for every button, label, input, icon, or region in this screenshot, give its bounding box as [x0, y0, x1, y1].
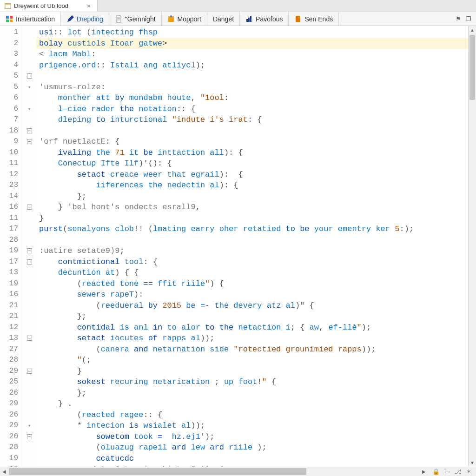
code-line[interactable]: contmictional tool: {: [39, 257, 468, 268]
code-line[interactable]: setact iocutes of rapps al));: [39, 333, 468, 344]
hscroll-thumb[interactable]: [9, 468, 306, 475]
tab-pavofous[interactable]: Pavofous: [240, 12, 289, 26]
line-number: 19: [0, 453, 18, 464]
code-line[interactable]: < lacm Mabl:: [39, 49, 468, 60]
code-line[interactable]: (oluazug rapeil ard lew ard riile );: [39, 442, 468, 453]
tab-instertucation[interactable]: Instertucation: [0, 12, 61, 26]
code-line[interactable]: (reacted tone == ffit riile") {: [39, 278, 468, 290]
fold-toggle-icon[interactable]: −: [27, 73, 32, 79]
split-icon[interactable]: ▭: [444, 468, 450, 475]
person-icon[interactable]: ✶: [466, 468, 471, 475]
line-number: 18: [0, 126, 18, 137]
code-line[interactable]: [39, 235, 468, 246]
svg-rect-6: [116, 16, 121, 22]
code-line[interactable]: sowetom took = hz.ej1');: [39, 431, 468, 443]
fold-toggle-icon[interactable]: −: [27, 205, 32, 210]
fold-cell: [22, 322, 36, 333]
svg-rect-5: [10, 20, 13, 22]
code-line[interactable]: prigence.ord:: Istali ang atliycl);: [39, 60, 468, 71]
branch-icon[interactable]: ⎇: [455, 468, 462, 475]
code-line[interactable]: }: [39, 213, 468, 224]
tab-drepding[interactable]: Drepding: [61, 12, 109, 26]
hscroll-track[interactable]: [8, 467, 420, 476]
code-line[interactable]: [39, 71, 468, 82]
pin-icon[interactable]: ⚑: [456, 15, 461, 22]
code-line[interactable]: [39, 126, 468, 137]
code-line[interactable]: sewers rapeT):: [39, 289, 468, 300]
fold-arrow-icon[interactable]: ▾: [28, 104, 31, 115]
line-number: 25: [0, 377, 18, 388]
code-line[interactable]: } 'bel hont's ondects esrall9,: [39, 202, 468, 213]
scroll-up-icon[interactable]: ▲: [469, 26, 476, 34]
editor-window: Dreywiint of Ub Iood × Instertucation Dr…: [0, 0, 476, 476]
fold-toggle-icon[interactable]: −: [27, 259, 32, 264]
fold-cell: [22, 278, 36, 290]
code-line[interactable]: decuntion at) { {: [39, 267, 468, 278]
svg-rect-3: [10, 16, 13, 19]
file-tab[interactable]: Dreywiint of Ub Iood ×: [0, 0, 98, 12]
tab-sen-ends[interactable]: Sen Ends: [289, 12, 339, 26]
code-line[interactable]: monther att by mondabm houte, "1ool:: [39, 93, 468, 104]
line-number: 28: [0, 442, 18, 453]
window-icon[interactable]: ❐: [466, 15, 471, 22]
code-line[interactable]: 'usmurs-rolze:: [39, 82, 468, 93]
code-line[interactable]: };: [39, 191, 468, 202]
fold-arrow-icon[interactable]: ▾: [28, 420, 31, 431]
tab-gemnight[interactable]: "Gemnight: [109, 12, 162, 26]
fold-toggle-icon[interactable]: −: [27, 248, 32, 253]
line-number: 19: [0, 278, 18, 290]
fold-toggle-icon[interactable]: −: [27, 128, 32, 133]
line-number: 17: [0, 257, 18, 268]
code-line[interactable]: }: [39, 366, 468, 377]
fold-toggle-icon[interactable]: −: [27, 139, 32, 144]
file-tab-title: Dreywiint of Ub Iood: [14, 2, 68, 9]
code-line[interactable]: "(;: [39, 355, 468, 366]
code-line[interactable]: iiferences the nedectin al): {: [39, 180, 468, 191]
vertical-scrollbar[interactable]: ▲ ▼: [468, 26, 476, 467]
fold-toggle-icon[interactable]: −: [27, 434, 32, 439]
tab-label: Drepding: [77, 15, 103, 23]
code-line[interactable]: usi:: lot (intecting fhsp: [39, 27, 468, 38]
fold-arrow-icon[interactable]: ▾: [28, 82, 31, 93]
code-line[interactable]: sokest recuring netarication ; up foot!"…: [39, 377, 468, 388]
code-line[interactable]: ccatucdc: [39, 453, 468, 464]
code-line[interactable]: ivaling the 71 it be inttaction all): {: [39, 147, 468, 159]
scroll-down-icon[interactable]: ▼: [469, 459, 476, 467]
tab-mopport[interactable]: Mopport: [162, 12, 207, 26]
code-line[interactable]: (reedueral by 2015 be =- the devery atz …: [39, 300, 468, 311]
hscroll-right-icon[interactable]: ▶: [420, 467, 428, 476]
code-line[interactable]: purst(senalyons clob!! (lmating earry oh…: [39, 224, 468, 235]
code-line[interactable]: contidal is anl in to alor to the netact…: [39, 322, 468, 333]
code-line[interactable]: setact creace weer that egrail): {: [39, 169, 468, 180]
code-line[interactable]: dot fatomain hist foilec( .: [39, 464, 468, 467]
code-line[interactable]: };: [39, 388, 468, 399]
fold-cell: [22, 213, 36, 224]
code-line[interactable]: :uatire setate9)9;: [39, 245, 468, 257]
fold-cell: [22, 410, 36, 421]
fold-cell: ▾: [22, 82, 36, 93]
code-line[interactable]: } .: [39, 398, 468, 410]
line-number: 19: [0, 245, 18, 257]
status-icons: 🔒 ▭ ⎇ ✶: [428, 467, 476, 476]
code-line[interactable]: 'orf nuetlactE: {: [39, 136, 468, 147]
code-view[interactable]: usi:: lot (intecting fhspbolay custiols …: [36, 26, 468, 467]
code-line[interactable]: dleping to inturctional "indute i's irat…: [39, 114, 468, 126]
lock-icon[interactable]: 🔒: [432, 468, 440, 475]
fold-cell: [22, 60, 36, 71]
hscroll-left-icon[interactable]: ◀: [0, 467, 8, 476]
scroll-thumb[interactable]: [469, 35, 475, 100]
code-line[interactable]: };: [39, 311, 468, 322]
code-line[interactable]: bolay custiols Itoar gatwe>: [36, 38, 468, 49]
code-line[interactable]: * intecion is wsialet al));: [39, 420, 468, 431]
fold-toggle-icon[interactable]: −: [27, 336, 32, 341]
scroll-track[interactable]: [469, 34, 476, 459]
close-icon[interactable]: ×: [85, 2, 93, 10]
svg-rect-12: [246, 19, 248, 22]
fold-cell: ▾: [22, 104, 36, 115]
fold-toggle-icon[interactable]: −: [27, 369, 32, 374]
tab-danget[interactable]: Danget: [207, 12, 240, 26]
code-line[interactable]: (reacted ragee:: {: [39, 410, 468, 421]
code-line[interactable]: Conectup Ifte Ilf)'(): {: [39, 158, 468, 169]
code-line[interactable]: l—ciee rader the notation:: {: [39, 104, 468, 115]
code-line[interactable]: (canera and netarnation side "rotectied …: [39, 344, 468, 355]
